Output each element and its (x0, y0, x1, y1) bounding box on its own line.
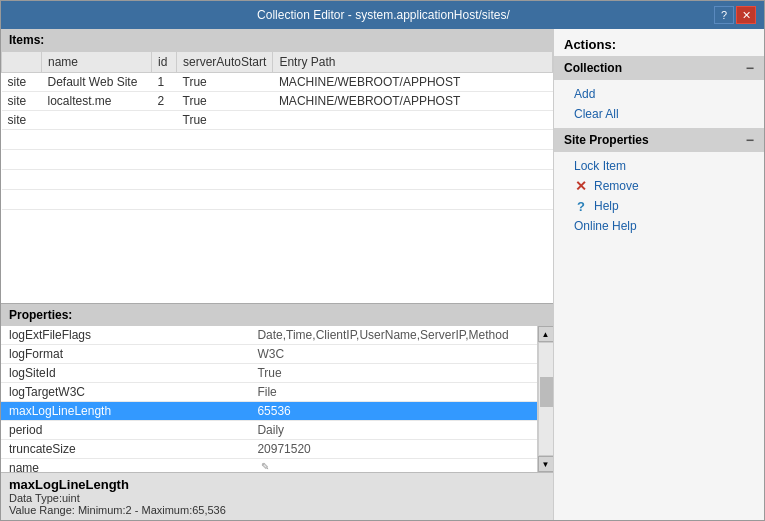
scroll-down-btn[interactable]: ▼ (538, 456, 554, 472)
actions-header: Actions: (554, 29, 764, 56)
props-table-inner: logExtFileFlags Date,Time,ClientIP,UserN… (1, 326, 553, 472)
scroll-up-btn[interactable]: ▲ (538, 326, 554, 342)
edit-icon: ✎ (261, 461, 269, 472)
prop-row-selected[interactable]: maxLogLineLength 65536 (1, 402, 553, 421)
prop-value: File (249, 383, 553, 402)
table-row[interactable]: site True (2, 111, 553, 130)
col-name-header: name (42, 52, 152, 73)
items-table: name id serverAutoStart Entry Path site … (1, 51, 553, 210)
row-id (152, 111, 177, 130)
main-content: Items: name id serverAutoStart Entry Pat… (1, 29, 764, 520)
prop-info-bar: maxLogLineLength Data Type:uint Value Ra… (1, 472, 553, 520)
prop-name: logExtFileFlags (1, 326, 249, 345)
prop-name: logSiteId (1, 364, 249, 383)
clear-all-label: Clear All (574, 107, 619, 121)
row-id: 1 (152, 73, 177, 92)
prop-value: W3C (249, 345, 553, 364)
row-path: MACHINE/WEBROOT/APPHOST (273, 73, 553, 92)
row-name: Default Web Site (42, 73, 152, 92)
prop-name: logFormat (1, 345, 249, 364)
help-label: Help (594, 199, 619, 213)
items-header: Items: (1, 29, 553, 51)
table-row[interactable]: site Default Web Site 1 True MACHINE/WEB… (2, 73, 553, 92)
collection-collapse-icon[interactable]: − (746, 60, 754, 76)
vertical-scrollbar[interactable]: ▲ ▼ (537, 326, 553, 472)
col-auto-header: serverAutoStart (177, 52, 273, 73)
collection-section-title: Collection − (554, 56, 764, 80)
prop-name: truncateSize (1, 440, 249, 459)
col-id-header: id (152, 52, 177, 73)
clear-all-action[interactable]: Clear All (554, 104, 764, 124)
collection-label: Collection (564, 61, 622, 75)
site-properties-actions: Lock Item ✕ Remove ? Help Online Help (554, 152, 764, 240)
prop-row[interactable]: name ✎ (1, 459, 553, 473)
close-button[interactable]: ✕ (736, 6, 756, 24)
site-properties-label: Site Properties (564, 133, 649, 147)
collection-actions: Add Clear All (554, 80, 764, 128)
row-autostart: True (177, 73, 273, 92)
prop-value: 20971520 (249, 440, 553, 459)
lock-item-action[interactable]: Lock Item (554, 156, 764, 176)
remove-label: Remove (594, 179, 639, 193)
items-section: Items: name id serverAutoStart Entry Pat… (1, 29, 553, 304)
prop-value: Date,Time,ClientIP,UserName,ServerIP,Met… (249, 326, 553, 345)
prop-row[interactable]: period Daily (1, 421, 553, 440)
prop-info-datatype: Data Type:uint (9, 492, 545, 504)
row-name: localtest.me (42, 92, 152, 111)
prop-name: name (1, 459, 249, 473)
help-button[interactable]: ? (714, 6, 734, 24)
prop-value: True (249, 364, 553, 383)
table-row-empty (2, 130, 553, 150)
remove-icon: ✕ (574, 179, 588, 193)
scroll-track[interactable] (538, 342, 554, 456)
row-type: site (2, 92, 42, 111)
prop-name: logTargetW3C (1, 383, 249, 402)
prop-name: period (1, 421, 249, 440)
prop-row[interactable]: logTargetW3C File (1, 383, 553, 402)
row-path: MACHINE/WEBROOT/APPHOST (273, 92, 553, 111)
items-table-container: name id serverAutoStart Entry Path site … (1, 51, 553, 303)
row-path (273, 111, 553, 130)
left-panel: Items: name id serverAutoStart Entry Pat… (1, 29, 554, 520)
prop-row[interactable]: logExtFileFlags Date,Time,ClientIP,UserN… (1, 326, 553, 345)
remove-action[interactable]: ✕ Remove (554, 176, 764, 196)
add-label: Add (574, 87, 595, 101)
window-title: Collection Editor - system.applicationHo… (53, 8, 714, 22)
props-table: logExtFileFlags Date,Time,ClientIP,UserN… (1, 326, 553, 472)
row-name (42, 111, 152, 130)
title-bar-buttons: ? ✕ (714, 6, 756, 24)
help-action[interactable]: ? Help (554, 196, 764, 216)
help-icon: ? (574, 199, 588, 213)
prop-value: Daily (249, 421, 553, 440)
site-properties-collapse-icon[interactable]: − (746, 132, 754, 148)
prop-name: maxLogLineLength (1, 402, 249, 421)
properties-section: Properties: logExtFileFlags Date,Time,Cl… (1, 304, 553, 520)
online-help-label: Online Help (574, 219, 637, 233)
table-row[interactable]: site localtest.me 2 True MACHINE/WEBROOT… (2, 92, 553, 111)
main-window: Collection Editor - system.applicationHo… (0, 0, 765, 521)
table-row-empty (2, 150, 553, 170)
site-properties-section-title: Site Properties − (554, 128, 764, 152)
row-autostart: True (177, 111, 273, 130)
col-type-header (2, 52, 42, 73)
row-id: 2 (152, 92, 177, 111)
title-bar: Collection Editor - system.applicationHo… (1, 1, 764, 29)
scroll-thumb (540, 377, 554, 407)
prop-info-name: maxLogLineLength (9, 477, 545, 492)
table-row-empty (2, 170, 553, 190)
right-panel: Actions: Collection − Add Clear All Site… (554, 29, 764, 520)
properties-header: Properties: (1, 304, 553, 326)
prop-value: ✎ (249, 459, 553, 472)
add-action[interactable]: Add (554, 84, 764, 104)
prop-value: 65536 (249, 402, 553, 421)
prop-row[interactable]: logSiteId True (1, 364, 553, 383)
prop-row[interactable]: truncateSize 20971520 (1, 440, 553, 459)
props-wrap: logExtFileFlags Date,Time,ClientIP,UserN… (1, 326, 553, 472)
row-type: site (2, 73, 42, 92)
online-help-action[interactable]: Online Help (554, 216, 764, 236)
prop-row[interactable]: logFormat W3C (1, 345, 553, 364)
prop-info-range: Value Range: Minimum:2 - Maximum:65,536 (9, 504, 545, 516)
col-path-header: Entry Path (273, 52, 553, 73)
row-autostart: True (177, 92, 273, 111)
table-row-empty (2, 190, 553, 210)
